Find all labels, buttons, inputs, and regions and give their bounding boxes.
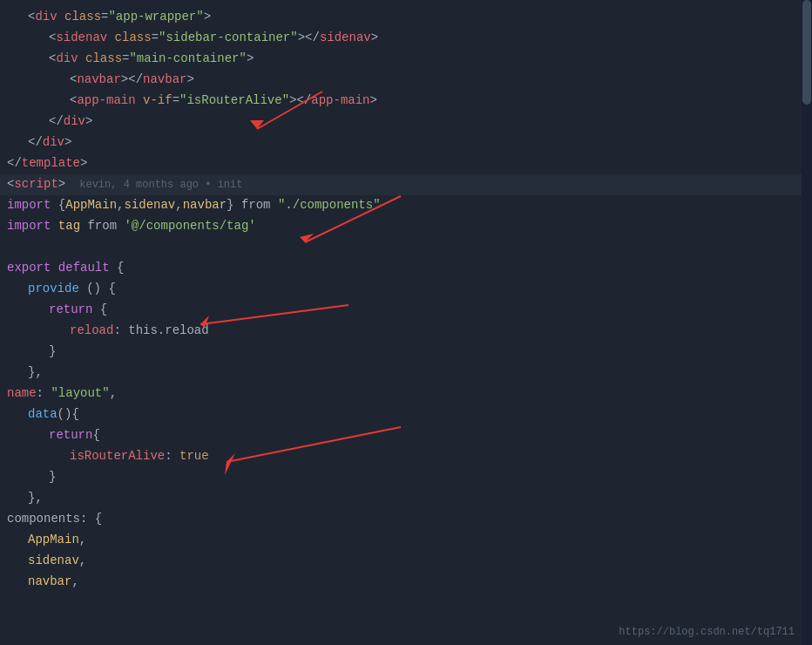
code-line: data(){ xyxy=(0,404,812,425)
code-line: } xyxy=(0,467,812,488)
code-line: components: { xyxy=(0,509,812,530)
code-line: import {AppMain,sidenav,navbar} from "./… xyxy=(0,195,812,216)
code-line: <sidenav class="sidebar-container"></sid… xyxy=(0,28,812,49)
url-watermark: https://blog.csdn.net/tq1711 xyxy=(619,626,795,638)
code-line: sidenav, xyxy=(0,551,812,572)
code-line: AppMain, xyxy=(0,530,812,551)
code-line: <div class="app-wrapper"> xyxy=(0,7,812,28)
code-line xyxy=(0,237,812,258)
code-line: </div> xyxy=(0,112,812,132)
code-line: export default { xyxy=(0,258,812,279)
code-line: <div class="main-container"> xyxy=(0,49,812,70)
code-line: </template> xyxy=(0,153,812,174)
code-line: }, xyxy=(0,363,812,384)
code-line: return{ xyxy=(0,425,812,446)
scrollbar-thumb[interactable] xyxy=(802,0,811,105)
code-line: <script>kevin, 4 months ago • init xyxy=(0,174,812,195)
code-line: provide () { xyxy=(0,279,812,300)
code-line: } xyxy=(0,342,812,363)
code-line: return { xyxy=(0,300,812,321)
code-line: <app-main v-if="isRouterAlive"></app-mai… xyxy=(0,91,812,112)
code-line: navbar, xyxy=(0,572,812,593)
code-editor: <div class="app-wrapper"><sidenav class=… xyxy=(0,0,812,645)
code-line: <navbar></navbar> xyxy=(0,70,812,91)
code-line: import tag from '@/components/tag' xyxy=(0,216,812,237)
code-line: }, xyxy=(0,488,812,509)
code-line: name: "layout", xyxy=(0,384,812,404)
scrollbar[interactable] xyxy=(802,0,812,645)
code-line: </div> xyxy=(0,132,812,153)
code-line: reload: this.reload xyxy=(0,321,812,342)
code-line: isRouterAlive: true xyxy=(0,446,812,467)
